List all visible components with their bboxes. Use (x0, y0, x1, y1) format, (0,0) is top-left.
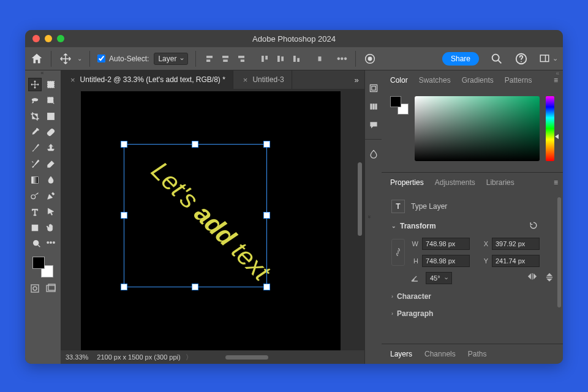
handle-e[interactable] (264, 213, 270, 218)
gradient-tool[interactable] (29, 174, 41, 186)
flip-vertical-icon[interactable] (546, 273, 553, 284)
libraries-panel-icon[interactable] (365, 97, 382, 116)
path-select-tool[interactable] (45, 206, 57, 218)
handle-n[interactable] (192, 141, 198, 147)
distribute-h-icon[interactable] (314, 53, 326, 65)
eyedropper-tool[interactable] (29, 126, 41, 138)
history-brush-tool[interactable] (29, 158, 41, 170)
vertical-scrollbar[interactable] (358, 162, 362, 236)
frame-tool[interactable] (45, 110, 57, 123)
minimize-window-icon[interactable] (45, 35, 52, 42)
screen-mode-icon[interactable] (46, 284, 56, 293)
3d-mode-icon[interactable] (363, 52, 377, 66)
titlebar: Adobe Photoshop 2024 (25, 30, 563, 47)
home-icon[interactable] (30, 52, 43, 66)
hue-slider[interactable] (546, 96, 554, 161)
healing-tool[interactable] (45, 126, 57, 138)
panel-menu-icon[interactable]: ≡ (554, 178, 558, 187)
close-tab-icon[interactable]: × (70, 75, 75, 85)
zoom-level[interactable]: 33.33% (66, 353, 88, 361)
flip-horizontal-icon[interactable] (527, 273, 537, 284)
panel-scrollbar[interactable] (557, 197, 561, 307)
workspace-switcher[interactable]: ⌄ (539, 53, 558, 64)
shape-tool[interactable] (29, 222, 41, 234)
doc-info-chevron-icon[interactable]: 〉 (186, 353, 192, 362)
close-tab-icon[interactable]: × (243, 75, 248, 85)
color-picker-field[interactable] (415, 96, 540, 161)
doc-info[interactable]: 2100 px x 1500 px (300 ppi) (97, 353, 180, 361)
tab-color[interactable]: Color (390, 76, 408, 85)
color-swatches[interactable] (32, 257, 53, 277)
zoom-tool[interactable] (31, 238, 43, 250)
horizontal-scrollbar[interactable] (225, 355, 268, 360)
height-input[interactable] (422, 255, 470, 267)
share-button[interactable]: Share (442, 52, 479, 66)
align-bottom-icon[interactable] (290, 53, 303, 65)
tab-properties[interactable]: Properties (390, 178, 424, 187)
handle-w[interactable] (121, 213, 127, 218)
character-accordion[interactable]: › Character (382, 288, 563, 305)
tab-swatches[interactable]: Swatches (419, 76, 451, 85)
history-panel-icon[interactable] (365, 79, 382, 97)
hand-tool[interactable] (45, 222, 57, 234)
type-tool[interactable] (29, 206, 41, 218)
auto-select-target-select[interactable]: Layer (154, 53, 188, 65)
tab-active[interactable]: × Untitled-2 @ 33.3% (Let's add text, RG… (61, 70, 233, 89)
auto-select-checkbox[interactable]: Auto-Select: (97, 55, 149, 63)
x-input[interactable] (492, 238, 540, 250)
pen-tool[interactable] (45, 190, 57, 202)
tab-paths[interactable]: Paths (468, 350, 487, 358)
tab-patterns[interactable]: Patterns (505, 76, 532, 85)
paragraph-accordion[interactable]: › Paragraph (382, 305, 563, 322)
more-align-icon[interactable]: ••• (336, 53, 348, 65)
handle-sw[interactable] (121, 284, 127, 290)
reset-transform-icon[interactable] (529, 221, 538, 232)
canvas-viewport[interactable]: Let's add text (61, 89, 364, 350)
blur-tool[interactable] (45, 174, 57, 186)
align-left-icon[interactable] (203, 53, 216, 65)
eraser-tool[interactable] (45, 158, 57, 170)
handle-ne[interactable] (264, 141, 270, 147)
brush-tool[interactable] (29, 142, 41, 154)
align-top-icon[interactable] (258, 53, 271, 65)
align-center-v-icon[interactable] (274, 53, 287, 65)
tab-gradients[interactable]: Gradients (462, 76, 494, 85)
shapes-panel-icon[interactable] (365, 145, 382, 163)
marquee-tool[interactable] (45, 78, 57, 91)
tab-layers[interactable]: Layers (390, 350, 412, 358)
tab-channels[interactable]: Channels (424, 350, 456, 358)
canvas[interactable]: Let's add text (81, 91, 341, 350)
zoom-window-icon[interactable] (57, 35, 64, 42)
align-center-h-icon[interactable] (219, 53, 232, 65)
move-tool[interactable] (29, 78, 41, 91)
lasso-tool[interactable] (29, 94, 41, 107)
tab-inactive[interactable]: × Untitled-3 (233, 70, 292, 89)
align-right-icon[interactable] (235, 53, 247, 65)
link-wh-icon[interactable] (391, 239, 405, 266)
handle-nw[interactable] (121, 141, 127, 147)
panel-menu-icon[interactable]: ≡ (554, 76, 558, 85)
angle-select[interactable]: 45° (426, 272, 452, 284)
move-tool-indicator-icon[interactable] (59, 52, 72, 66)
dodge-tool[interactable] (29, 190, 41, 202)
search-icon[interactable] (490, 52, 503, 66)
quick-select-tool[interactable] (45, 94, 57, 107)
transform-accordion[interactable]: ⌄ Transform (382, 217, 563, 235)
tab-overflow-icon[interactable]: » (349, 70, 364, 89)
edit-toolbar-icon[interactable]: ••• (47, 238, 56, 250)
y-input[interactable] (492, 255, 540, 267)
close-window-icon[interactable] (32, 35, 40, 42)
handle-se[interactable] (264, 284, 270, 290)
foreground-swatch[interactable] (32, 257, 45, 269)
comments-panel-icon[interactable] (365, 116, 382, 134)
transform-bounding-box[interactable] (124, 144, 267, 287)
tab-libraries[interactable]: Libraries (486, 178, 514, 187)
width-input[interactable] (422, 238, 470, 250)
help-icon[interactable] (514, 52, 528, 66)
clone-stamp-tool[interactable] (45, 142, 57, 154)
quick-mask-icon[interactable] (30, 284, 40, 293)
crop-tool[interactable] (29, 110, 41, 123)
handle-s[interactable] (192, 284, 198, 290)
color-mini-swatches[interactable] (390, 96, 409, 115)
tab-adjustments[interactable]: Adjustments (435, 178, 475, 187)
